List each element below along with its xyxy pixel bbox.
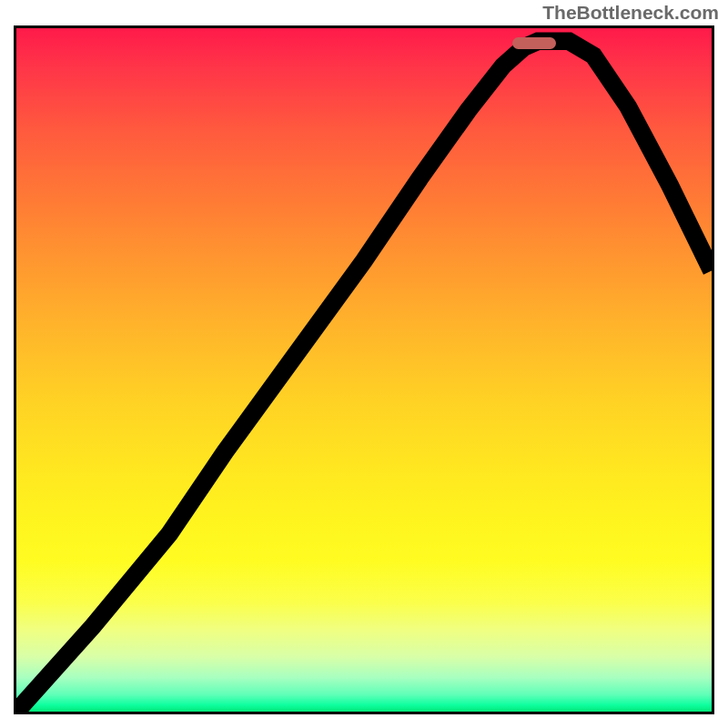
heat-gradient-background — [16, 28, 712, 712]
watermark-text: TheBottleneck.com — [542, 2, 719, 24]
chart-plot-area — [14, 25, 714, 714]
optimal-range-marker — [512, 37, 555, 49]
